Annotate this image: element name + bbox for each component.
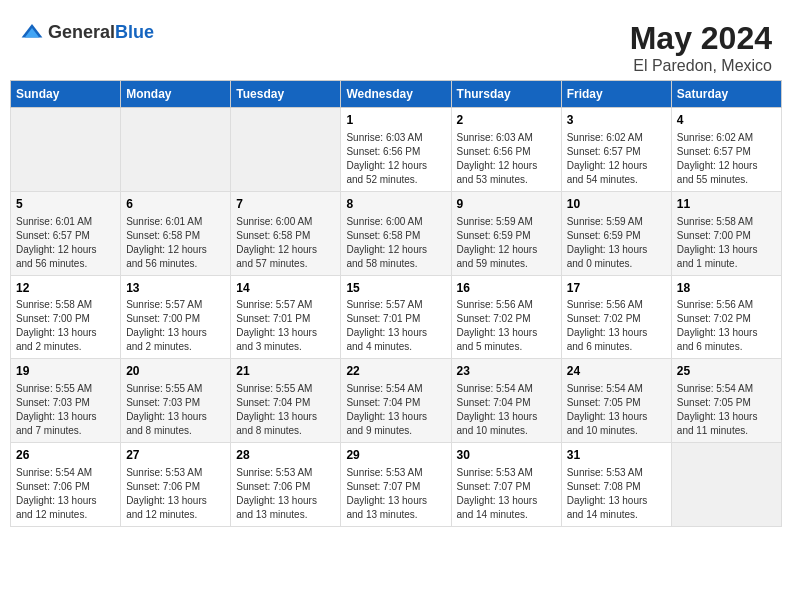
day-info: Sunrise: 5:54 AM Sunset: 7:05 PM Dayligh…	[567, 382, 666, 438]
day-info: Sunrise: 6:00 AM Sunset: 6:58 PM Dayligh…	[346, 215, 445, 271]
day-number: 11	[677, 196, 776, 213]
week-row-5: 26Sunrise: 5:54 AM Sunset: 7:06 PM Dayli…	[11, 443, 782, 527]
day-cell: 3Sunrise: 6:02 AM Sunset: 6:57 PM Daylig…	[561, 108, 671, 192]
logo-text: General	[48, 22, 115, 42]
day-number: 12	[16, 280, 115, 297]
day-number: 18	[677, 280, 776, 297]
day-cell: 28Sunrise: 5:53 AM Sunset: 7:06 PM Dayli…	[231, 443, 341, 527]
day-cell: 22Sunrise: 5:54 AM Sunset: 7:04 PM Dayli…	[341, 359, 451, 443]
day-cell: 6Sunrise: 6:01 AM Sunset: 6:58 PM Daylig…	[121, 191, 231, 275]
day-number: 24	[567, 363, 666, 380]
day-number: 14	[236, 280, 335, 297]
day-cell: 25Sunrise: 5:54 AM Sunset: 7:05 PM Dayli…	[671, 359, 781, 443]
week-row-2: 5Sunrise: 6:01 AM Sunset: 6:57 PM Daylig…	[11, 191, 782, 275]
day-cell: 4Sunrise: 6:02 AM Sunset: 6:57 PM Daylig…	[671, 108, 781, 192]
day-info: Sunrise: 5:54 AM Sunset: 7:04 PM Dayligh…	[346, 382, 445, 438]
day-number: 2	[457, 112, 556, 129]
page-header: GeneralBlue May 2024 El Paredon, Mexico	[10, 10, 782, 80]
day-cell: 21Sunrise: 5:55 AM Sunset: 7:04 PM Dayli…	[231, 359, 341, 443]
day-info: Sunrise: 5:57 AM Sunset: 7:01 PM Dayligh…	[236, 298, 335, 354]
day-cell: 8Sunrise: 6:00 AM Sunset: 6:58 PM Daylig…	[341, 191, 451, 275]
day-number: 22	[346, 363, 445, 380]
day-number: 3	[567, 112, 666, 129]
day-info: Sunrise: 6:02 AM Sunset: 6:57 PM Dayligh…	[677, 131, 776, 187]
header-cell-monday: Monday	[121, 81, 231, 108]
day-cell: 17Sunrise: 5:56 AM Sunset: 7:02 PM Dayli…	[561, 275, 671, 359]
day-number: 31	[567, 447, 666, 464]
day-cell: 16Sunrise: 5:56 AM Sunset: 7:02 PM Dayli…	[451, 275, 561, 359]
day-cell: 29Sunrise: 5:53 AM Sunset: 7:07 PM Dayli…	[341, 443, 451, 527]
day-number: 28	[236, 447, 335, 464]
day-number: 21	[236, 363, 335, 380]
header-cell-thursday: Thursday	[451, 81, 561, 108]
day-cell: 5Sunrise: 6:01 AM Sunset: 6:57 PM Daylig…	[11, 191, 121, 275]
day-info: Sunrise: 5:53 AM Sunset: 7:07 PM Dayligh…	[346, 466, 445, 522]
day-number: 29	[346, 447, 445, 464]
day-cell: 12Sunrise: 5:58 AM Sunset: 7:00 PM Dayli…	[11, 275, 121, 359]
page-title: May 2024	[630, 20, 772, 57]
day-info: Sunrise: 6:00 AM Sunset: 6:58 PM Dayligh…	[236, 215, 335, 271]
day-number: 9	[457, 196, 556, 213]
day-cell	[231, 108, 341, 192]
day-cell: 24Sunrise: 5:54 AM Sunset: 7:05 PM Dayli…	[561, 359, 671, 443]
day-info: Sunrise: 5:54 AM Sunset: 7:04 PM Dayligh…	[457, 382, 556, 438]
day-number: 19	[16, 363, 115, 380]
day-info: Sunrise: 5:59 AM Sunset: 6:59 PM Dayligh…	[567, 215, 666, 271]
day-cell	[671, 443, 781, 527]
day-info: Sunrise: 5:56 AM Sunset: 7:02 PM Dayligh…	[567, 298, 666, 354]
day-cell: 10Sunrise: 5:59 AM Sunset: 6:59 PM Dayli…	[561, 191, 671, 275]
day-cell: 23Sunrise: 5:54 AM Sunset: 7:04 PM Dayli…	[451, 359, 561, 443]
day-cell: 1Sunrise: 6:03 AM Sunset: 6:56 PM Daylig…	[341, 108, 451, 192]
day-cell	[11, 108, 121, 192]
day-number: 15	[346, 280, 445, 297]
logo-icon	[20, 20, 44, 44]
day-info: Sunrise: 6:01 AM Sunset: 6:57 PM Dayligh…	[16, 215, 115, 271]
logo: GeneralBlue	[20, 20, 154, 44]
title-block: May 2024 El Paredon, Mexico	[630, 20, 772, 75]
day-info: Sunrise: 5:55 AM Sunset: 7:03 PM Dayligh…	[16, 382, 115, 438]
header-cell-tuesday: Tuesday	[231, 81, 341, 108]
day-number: 13	[126, 280, 225, 297]
day-cell: 31Sunrise: 5:53 AM Sunset: 7:08 PM Dayli…	[561, 443, 671, 527]
header-cell-saturday: Saturday	[671, 81, 781, 108]
day-cell: 18Sunrise: 5:56 AM Sunset: 7:02 PM Dayli…	[671, 275, 781, 359]
day-number: 27	[126, 447, 225, 464]
day-number: 25	[677, 363, 776, 380]
day-number: 16	[457, 280, 556, 297]
day-info: Sunrise: 5:56 AM Sunset: 7:02 PM Dayligh…	[677, 298, 776, 354]
day-cell: 2Sunrise: 6:03 AM Sunset: 6:56 PM Daylig…	[451, 108, 561, 192]
day-number: 20	[126, 363, 225, 380]
day-info: Sunrise: 5:55 AM Sunset: 7:04 PM Dayligh…	[236, 382, 335, 438]
day-cell	[121, 108, 231, 192]
day-info: Sunrise: 6:02 AM Sunset: 6:57 PM Dayligh…	[567, 131, 666, 187]
day-cell: 27Sunrise: 5:53 AM Sunset: 7:06 PM Dayli…	[121, 443, 231, 527]
day-info: Sunrise: 5:53 AM Sunset: 7:08 PM Dayligh…	[567, 466, 666, 522]
day-number: 30	[457, 447, 556, 464]
day-info: Sunrise: 6:03 AM Sunset: 6:56 PM Dayligh…	[346, 131, 445, 187]
day-info: Sunrise: 5:57 AM Sunset: 7:01 PM Dayligh…	[346, 298, 445, 354]
day-info: Sunrise: 6:01 AM Sunset: 6:58 PM Dayligh…	[126, 215, 225, 271]
calendar-body: 1Sunrise: 6:03 AM Sunset: 6:56 PM Daylig…	[11, 108, 782, 527]
day-number: 26	[16, 447, 115, 464]
logo-blue-text: Blue	[115, 22, 154, 42]
day-cell: 11Sunrise: 5:58 AM Sunset: 7:00 PM Dayli…	[671, 191, 781, 275]
day-number: 6	[126, 196, 225, 213]
day-cell: 9Sunrise: 5:59 AM Sunset: 6:59 PM Daylig…	[451, 191, 561, 275]
day-info: Sunrise: 5:54 AM Sunset: 7:05 PM Dayligh…	[677, 382, 776, 438]
day-info: Sunrise: 5:53 AM Sunset: 7:07 PM Dayligh…	[457, 466, 556, 522]
calendar-table: SundayMondayTuesdayWednesdayThursdayFrid…	[10, 80, 782, 527]
day-number: 10	[567, 196, 666, 213]
week-row-3: 12Sunrise: 5:58 AM Sunset: 7:00 PM Dayli…	[11, 275, 782, 359]
day-info: Sunrise: 5:59 AM Sunset: 6:59 PM Dayligh…	[457, 215, 556, 271]
header-cell-sunday: Sunday	[11, 81, 121, 108]
day-cell: 19Sunrise: 5:55 AM Sunset: 7:03 PM Dayli…	[11, 359, 121, 443]
day-info: Sunrise: 5:57 AM Sunset: 7:00 PM Dayligh…	[126, 298, 225, 354]
week-row-1: 1Sunrise: 6:03 AM Sunset: 6:56 PM Daylig…	[11, 108, 782, 192]
day-info: Sunrise: 5:56 AM Sunset: 7:02 PM Dayligh…	[457, 298, 556, 354]
header-row: SundayMondayTuesdayWednesdayThursdayFrid…	[11, 81, 782, 108]
day-number: 4	[677, 112, 776, 129]
day-info: Sunrise: 6:03 AM Sunset: 6:56 PM Dayligh…	[457, 131, 556, 187]
page-subtitle: El Paredon, Mexico	[630, 57, 772, 75]
day-info: Sunrise: 5:58 AM Sunset: 7:00 PM Dayligh…	[16, 298, 115, 354]
day-number: 8	[346, 196, 445, 213]
